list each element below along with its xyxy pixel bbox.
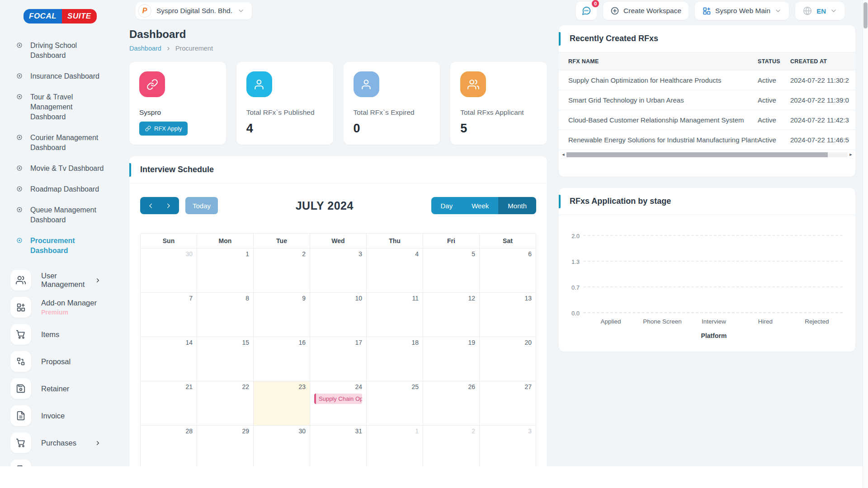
stat-cards-row: Syspro RFX Apply Total RFx`s Published 4…: [129, 62, 547, 145]
rfx-table-body: Supply Chain Optimization for Healthcare…: [559, 70, 855, 150]
people-icon: [460, 71, 486, 97]
calendar-day-cell-13[interactable]: 13: [480, 293, 536, 337]
app-selector[interactable]: Syspro Web Main: [695, 2, 789, 20]
sidebar-item-purchases[interactable]: Purchases: [0, 429, 113, 456]
calendar-day-cell-9[interactable]: 9: [254, 293, 310, 337]
page-vertical-scrollbar[interactable]: [863, 0, 868, 488]
calendar-day-number: 25: [411, 383, 419, 390]
calendar-day-cell-27[interactable]: 27: [480, 381, 536, 426]
calendar-day-cell-26[interactable]: 26: [423, 381, 480, 426]
calendar-day-number: 20: [524, 339, 532, 346]
calendar-day-cell-6[interactable]: 6: [480, 249, 536, 293]
calendar-day-cell-4[interactable]: 4: [367, 249, 423, 293]
calendar-today-button[interactable]: Today: [185, 197, 218, 214]
sidebar-item-courier-management-dashboard[interactable]: Courier Management Dashboard: [0, 127, 113, 158]
calendar-day-cell-31[interactable]: 31: [310, 426, 367, 466]
calendar-week-row: 28 29 30 31 1 2 3: [141, 426, 536, 466]
calendar-day-cell-21[interactable]: 21: [141, 381, 197, 426]
bar-chart-plot: 2.0 1.3 0.7 0.0: [585, 232, 843, 313]
create-workspace-button[interactable]: Create Workspace: [603, 2, 689, 20]
calendar-day-cell-23[interactable]: 23: [254, 381, 310, 426]
sidebar-item-insurance-dashboard[interactable]: Insurance Dashboard: [0, 66, 113, 87]
sidebar-item-driving-school-dashboard[interactable]: Driving School Dashboard: [0, 35, 113, 66]
sidebar-item-items[interactable]: Items: [0, 321, 113, 348]
sidebar-item-roadmap-dashboard[interactable]: Roadmap Dashboard: [0, 179, 113, 200]
calendar-view-day-button[interactable]: Day: [431, 197, 462, 214]
sidebar-item-queue-management-dashboard[interactable]: Queue Management Dashboard: [0, 200, 113, 230]
calendar-day-cell-2[interactable]: 2: [254, 249, 310, 293]
calendar-day-cell-30[interactable]: 30: [254, 426, 310, 466]
scroll-left-icon[interactable]: ◄: [560, 152, 566, 157]
dot-circle-icon: [16, 73, 23, 79]
calendar-day-cell-15[interactable]: 15: [197, 337, 254, 381]
sidebar-item-procurement-dashboard[interactable]: Procurement Dashboard: [0, 230, 113, 261]
chat-button[interactable]: 0: [576, 2, 597, 20]
calendar-day-cell-25[interactable]: 25: [367, 381, 423, 426]
calendar-day-cell-24[interactable]: 24 Supply Chain Op: [310, 381, 367, 426]
calendar-day-cell-5[interactable]: 5: [423, 249, 480, 293]
calendar-next-button[interactable]: [161, 197, 175, 214]
sidebar-item-retainer[interactable]: Retainer: [0, 375, 113, 402]
calendar-nav-group: [140, 197, 179, 214]
calendar-week-row: 21 22 23 24 Supply Chain Op 25 26 27: [141, 381, 536, 426]
calendar-day-number: 12: [468, 295, 475, 302]
calendar-day-cell-18[interactable]: 18: [367, 337, 423, 381]
rfx-table-header: RFX NAME STATUS CREATED AT: [559, 52, 855, 70]
sidebar-item-movie-tv-dashboard[interactable]: Movie & Tv Dashboard: [0, 158, 113, 179]
scroll-right-icon[interactable]: ►: [848, 152, 854, 157]
calendar-day-cell-7[interactable]: 7: [141, 293, 197, 337]
sidebar-item-add-on-manager[interactable]: Add-on Manager Premium: [0, 294, 113, 321]
sidebar-item-invoice[interactable]: Invoice: [0, 402, 113, 429]
table-row[interactable]: Supply Chain Optimization for Healthcare…: [559, 70, 855, 90]
dot-circle-icon: [16, 186, 23, 192]
table-row[interactable]: Smart Grid Technology in Urban Areas Act…: [559, 90, 855, 110]
calendar-day-cell-3[interactable]: 3: [310, 249, 367, 293]
breadcrumb-dashboard-link[interactable]: Dashboard: [129, 45, 161, 52]
x-axis-category-label: Interview: [688, 318, 740, 325]
calendar-day-cell-17[interactable]: 17: [310, 337, 367, 381]
calendar-day-cell-30[interactable]: 30: [141, 249, 197, 293]
sidebar-item-quotation[interactable]: Quotation: [0, 456, 113, 466]
column-header-status: STATUS: [758, 58, 790, 65]
calendar-grid: Sun Mon Tue Wed Thu Fri Sat 30 1 2 3 4 5: [140, 233, 536, 466]
sidebar-item-tour-travel-management-dashboard[interactable]: Tour & Travel Management Dashboard: [0, 87, 113, 127]
calendar-view-week-button[interactable]: Week: [462, 197, 498, 214]
calendar-day-number: 15: [242, 339, 249, 346]
calendar-day-cell-14[interactable]: 14: [141, 337, 197, 381]
calendar-day-number: 4: [415, 250, 419, 258]
scrollbar-track[interactable]: [566, 152, 848, 157]
calendar-day-cell-22[interactable]: 22: [197, 381, 254, 426]
table-row[interactable]: Renewable Energy Solutions for Industria…: [559, 130, 855, 150]
calendar-day-number: 21: [185, 383, 193, 390]
calendar-day-cell-11[interactable]: 11: [367, 293, 423, 337]
calendar-weekday-label: Sun: [141, 234, 197, 249]
page-scrollbar-thumb[interactable]: [863, 2, 868, 28]
calendar-day-cell-10[interactable]: 10: [310, 293, 367, 337]
calendar-day-cell-16[interactable]: 16: [254, 337, 310, 381]
calendar-day-cell-19[interactable]: 19: [423, 337, 480, 381]
calendar-day-cell-3[interactable]: 3: [480, 426, 536, 466]
rfx-apply-button[interactable]: RFX Apply: [139, 122, 188, 136]
calendar-day-number: 30: [298, 427, 306, 435]
table-horizontal-scrollbar[interactable]: ◄ ►: [560, 152, 854, 157]
calendar-day-cell-12[interactable]: 12: [423, 293, 480, 337]
calendar-day-cell-8[interactable]: 8: [197, 293, 254, 337]
calendar-view-month-button[interactable]: Month: [498, 197, 536, 214]
workspace-selector[interactable]: P Syspro Digital Sdn. Bhd.: [136, 2, 252, 19]
sidebar-item-proposal[interactable]: Proposal: [0, 348, 113, 375]
chevron-down-icon: [830, 7, 837, 14]
calendar-day-cell-29[interactable]: 29: [197, 426, 254, 466]
calendar-day-cell-20[interactable]: 20: [480, 337, 536, 381]
calendar-event[interactable]: Supply Chain Op: [314, 394, 362, 404]
language-selector[interactable]: EN: [795, 2, 844, 20]
focal-suite-logo[interactable]: FOCALSUITE: [24, 9, 97, 23]
calendar-day-cell-2[interactable]: 2: [423, 426, 480, 466]
calendar-day-cell-1[interactable]: 1: [197, 249, 254, 293]
calendar-day-cell-1[interactable]: 1: [367, 426, 423, 466]
sidebar-item-user-management[interactable]: User Management: [0, 267, 113, 294]
calendar-day-cell-28[interactable]: 28: [141, 426, 197, 466]
scrollbar-thumb[interactable]: [566, 152, 828, 157]
calendar-prev-button[interactable]: [144, 197, 158, 214]
table-row[interactable]: Cloud-Based Customer Relationship Manage…: [559, 110, 855, 130]
rfx-name-cell: Smart Grid Technology in Urban Areas: [559, 96, 758, 104]
